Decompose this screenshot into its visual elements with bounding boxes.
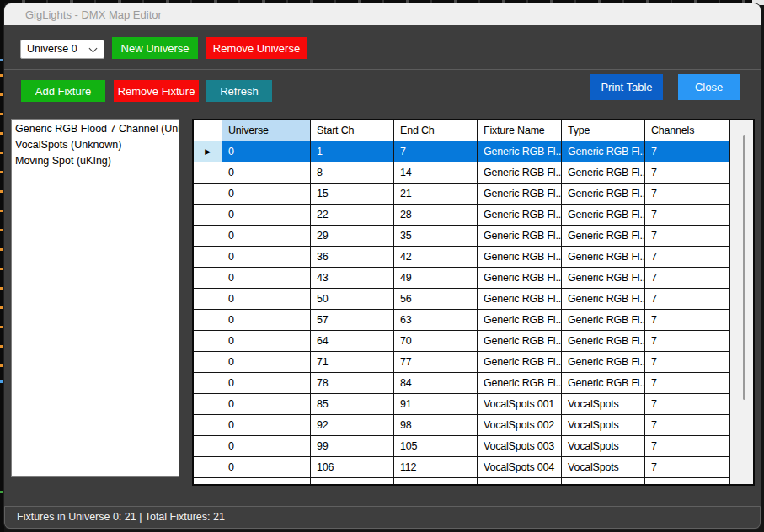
grid-cell[interactable]: Generic RGB Fl... [562,289,645,309]
grid-cell[interactable]: 0 [222,394,311,414]
grid-cell[interactable]: 49 [394,268,478,288]
table-row[interactable]: 04349Generic RGB Fl...Generic RGB Fl...7 [194,268,730,289]
fixture-type-list-item[interactable]: Generic RGB Flood 7 Channel (Unknown) [15,121,179,137]
grid-cell[interactable]: 42 [394,247,478,267]
grid-column-header-end-ch[interactable]: End Ch [394,120,478,141]
grid-cell[interactable]: 7 [645,205,730,225]
grid-cell[interactable]: 0 [222,162,311,183]
grid-cell[interactable]: VocalSpots 001 [478,394,562,414]
grid-cell[interactable]: VocalSpots 002 [478,415,562,435]
grid-cell[interactable]: Generic RGB Fl... [562,162,645,183]
grid-cell[interactable]: Generic RGB Fl... [478,373,562,393]
grid-corner-cell[interactable] [194,120,222,141]
table-row[interactable]: 07177Generic RGB Fl...Generic RGB Fl...7 [194,352,730,373]
grid-cell[interactable]: Generic RGB Fl... [562,373,645,393]
table-row[interactable]: 08591VocalSpots 001VocalSpots7 [194,394,730,415]
row-header-cell[interactable] [194,457,222,477]
table-row[interactable]: 0106112VocalSpots 004VocalSpots7 [194,457,730,478]
grid-cell[interactable]: Generic RGB Fl... [478,289,562,309]
grid-cell[interactable]: Generic RGB Fl... [478,162,562,183]
grid-cell[interactable]: Generic RGB Fl... [562,205,645,225]
grid-cell[interactable]: 43 [311,268,394,288]
grid-cell[interactable]: 0 [222,184,311,204]
grid-cell[interactable]: 28 [394,205,478,225]
grid-cell[interactable]: 22 [311,205,394,225]
grid-cell[interactable]: 0 [222,457,311,477]
refresh-button[interactable]: Refresh [206,80,272,102]
grid-cell[interactable]: Generic RGB Fl... [562,268,645,288]
grid-cell[interactable]: 91 [394,394,478,414]
grid-cell[interactable]: 50 [311,289,394,309]
grid-cell[interactable]: 15 [311,184,394,204]
grid-vertical-scrollbar[interactable] [730,120,753,484]
grid-cell[interactable]: 8 [311,162,394,183]
row-header-cell[interactable] [194,331,222,351]
grid-cell[interactable]: VocalSpots 003 [478,436,562,456]
close-button[interactable]: Close [678,74,740,100]
grid-cell[interactable]: 7 [645,436,730,456]
grid-cell[interactable]: 7 [645,373,730,393]
grid-column-header-start-ch[interactable]: Start Ch [311,120,394,141]
grid-cell[interactable]: 64 [311,331,394,351]
grid-cell[interactable]: Generic RGB Fl... [562,184,645,204]
remove-universe-button[interactable]: Remove Universe [206,37,307,59]
grid-cell[interactable]: 92 [311,415,394,435]
window-titlebar[interactable]: GigLights - DMX Map Editor [4,3,761,25]
row-header-cell[interactable] [194,436,222,456]
grid-cell[interactable]: 106 [311,457,394,477]
row-header-cell[interactable] [194,373,222,393]
fixture-type-list-item[interactable]: VocalSpots (Unknown) [15,137,179,153]
grid-cell[interactable]: 35 [394,226,478,246]
grid-cell[interactable]: 7 [645,394,730,414]
grid-cell[interactable]: 70 [394,331,478,351]
fixture-type-list-item[interactable]: Moving Spot (uKIng) [15,153,179,169]
add-fixture-button[interactable]: Add Fixture [21,80,105,102]
grid-cell[interactable]: 7 [645,415,730,435]
table-row[interactable]: 0814Generic RGB Fl...Generic RGB Fl...7 [194,162,730,184]
table-row[interactable]: 09298VocalSpots 002VocalSpots7 [194,415,730,436]
table-row[interactable]: 099105VocalSpots 003VocalSpots7 [194,436,730,457]
grid-cell[interactable]: 36 [311,247,394,267]
grid-cell[interactable]: VocalSpots [562,457,645,477]
row-header-cell[interactable] [194,268,222,288]
grid-cell[interactable]: 85 [311,394,394,414]
table-row[interactable]: 05056Generic RGB Fl...Generic RGB Fl...7 [194,289,730,310]
grid-cell[interactable]: Generic RGB Fl... [478,226,562,246]
grid-cell[interactable]: VocalSpots [562,436,645,456]
grid-column-header-universe[interactable]: Universe [222,120,311,141]
grid-cell[interactable]: 78 [311,373,394,393]
table-row[interactable]: 06470Generic RGB Fl...Generic RGB Fl...7 [194,331,730,352]
grid-cell[interactable]: Generic RGB Fl... [478,184,562,204]
row-header-cell[interactable] [194,415,222,435]
grid-cell[interactable]: 7 [394,141,478,162]
grid-cell[interactable]: Generic RGB Fl... [562,310,645,330]
grid-cell[interactable]: Generic RGB Fl... [478,205,562,225]
grid-cell[interactable]: 7 [645,247,730,267]
grid-cell[interactable]: 7 [645,226,730,246]
table-row[interactable]: ▶017Generic RGB Fl...Generic RGB Fl...7 [194,141,730,162]
grid-cell[interactable]: 0 [222,247,311,267]
fixture-type-list[interactable]: Generic RGB Flood 7 Channel (Unknown)Voc… [11,119,179,477]
grid-cell[interactable]: VocalSpots [562,394,645,414]
grid-cell[interactable]: 112 [394,457,478,477]
grid-cell[interactable]: 105 [394,436,478,456]
grid-cell[interactable]: Generic RGB Fl... [562,226,645,246]
grid-cell[interactable]: 99 [311,436,394,456]
grid-cell[interactable]: Generic RGB Fl... [478,247,562,267]
grid-cell[interactable]: 7 [645,310,730,330]
row-header-cell[interactable] [194,352,222,372]
grid-cell[interactable]: Generic RGB Fl... [478,310,562,330]
grid-cell[interactable]: Generic RGB Fl... [478,352,562,372]
new-universe-button[interactable]: New Universe [112,37,198,59]
grid-cell[interactable]: 0 [222,331,311,351]
row-header-cell[interactable] [194,226,222,246]
row-header-cell[interactable] [194,247,222,267]
grid-cell[interactable]: 7 [645,162,730,183]
grid-cell[interactable]: 0 [222,373,311,393]
row-header-cell[interactable] [194,205,222,225]
grid-cell[interactable]: 0 [222,205,311,225]
grid-cell[interactable]: 0 [222,226,311,246]
grid-cell[interactable]: Generic RGB Fl... [562,247,645,267]
grid-cell[interactable]: Generic RGB Fl... [478,268,562,288]
table-row[interactable]: 01521Generic RGB Fl...Generic RGB Fl...7 [194,184,730,205]
